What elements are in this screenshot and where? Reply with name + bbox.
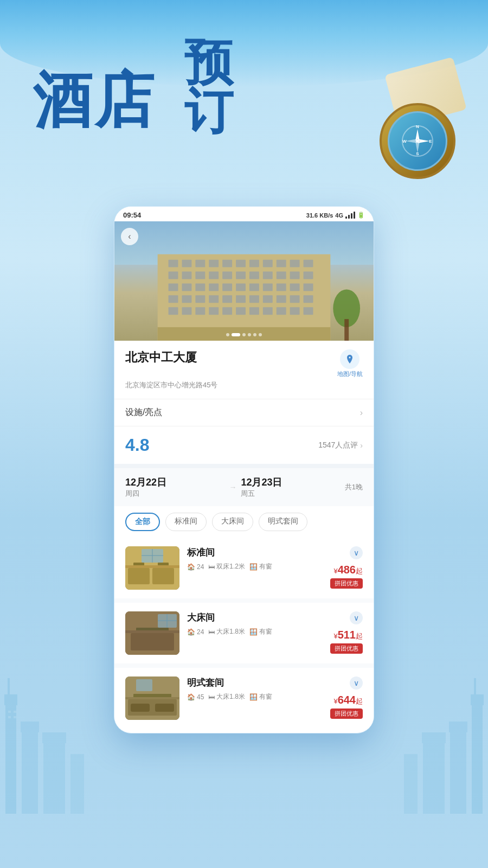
svg-rect-3	[22, 732, 38, 814]
svg-rect-13	[471, 694, 484, 705]
room-floor: 🏠 24	[187, 562, 204, 571]
svg-rect-49	[263, 272, 273, 279]
room-window-deluxe: 🪟 有窗	[249, 627, 272, 636]
svg-rect-88	[344, 319, 349, 341]
svg-rect-35	[222, 260, 232, 267]
skyline-right	[401, 597, 488, 814]
svg-rect-64	[169, 295, 178, 303]
svg-rect-47	[236, 272, 246, 279]
back-button[interactable]: ‹	[121, 228, 138, 245]
svg-rect-8	[8, 711, 11, 713]
price-display-deluxe: ¥511起	[333, 629, 363, 641]
svg-rect-84	[290, 307, 300, 315]
svg-rect-62	[290, 283, 300, 291]
nights-badge: 共1晚	[345, 482, 363, 492]
checkin-weekday: 周四	[125, 489, 224, 499]
svg-rect-48	[249, 272, 259, 279]
svg-rect-14	[474, 678, 476, 694]
room-list: 标准间 🏠 24 🛏 双床1.2米 🪟 有窗	[114, 538, 374, 729]
svg-rect-80	[236, 307, 246, 315]
room-bed-type: 🛏 双床1.2米	[208, 562, 245, 571]
room-item-standard[interactable]: 标准间 🏠 24 🛏 双床1.2米 🪟 有窗	[114, 538, 374, 598]
promo-badge-suite: 拼团优惠	[330, 709, 363, 719]
room-image-suite	[125, 676, 179, 720]
svg-rect-44	[195, 272, 205, 279]
filter-tab-deluxe[interactable]: 大床间	[212, 513, 253, 531]
room-price-standard: ∨ ¥486起 拼团优惠	[330, 546, 363, 589]
svg-rect-2	[8, 678, 10, 694]
svg-rect-46	[222, 272, 232, 279]
svg-rect-52	[304, 272, 313, 279]
room-image-standard	[125, 546, 179, 590]
svg-rect-108	[125, 697, 179, 699]
hero-sub-text: 预订	[184, 38, 235, 136]
svg-rect-65	[182, 295, 191, 303]
svg-rect-7	[70, 754, 84, 814]
skyline-left	[0, 597, 87, 814]
expand-button-standard[interactable]: ∨	[350, 546, 363, 559]
phone-screen: 09:54 31.6 KB/s 4G 🔋	[114, 206, 374, 733]
room-features-standard: 🏠 24 🛏 双床1.2米 🪟 有窗	[187, 562, 323, 571]
compass-inner: N S W E	[388, 111, 447, 171]
room-item-suite[interactable]: 明式套间 🏠 45 🛏 大床1.8米 🪟 有窗	[114, 668, 374, 729]
svg-rect-57	[222, 283, 232, 291]
promo-badge-standard: 拼团优惠	[330, 578, 363, 589]
svg-rect-60	[263, 283, 273, 291]
svg-rect-15	[450, 732, 466, 814]
rating-count[interactable]: 1547人点评 ›	[318, 441, 363, 450]
hotel-name: 北京中工大厦	[125, 349, 197, 366]
svg-rect-37	[249, 260, 259, 267]
compass-outer: N S W E	[380, 103, 455, 179]
network-speed: 31.6 KB/s	[306, 212, 333, 219]
room-features-deluxe: 🏠 24 🛏 大床1.8米 🪟 有窗	[187, 627, 323, 636]
room-details-suite: 明式套间 🏠 45 🛏 大床1.8米 🪟 有窗	[187, 676, 323, 701]
room-item-deluxe[interactable]: 大床间 🏠 24 🛏 大床1.8米 🪟 有窗	[114, 603, 374, 663]
svg-rect-74	[304, 295, 313, 303]
filter-tabs: 全部 标准间 大床间 明式套间	[114, 506, 374, 538]
checkin-date: 12月22日 周四	[125, 476, 224, 499]
svg-rect-82	[263, 307, 273, 315]
room-name-standard: 标准间	[187, 546, 323, 559]
room-details-standard: 标准间 🏠 24 🛏 双床1.2米 🪟 有窗	[187, 546, 323, 571]
svg-rect-111	[136, 679, 152, 691]
hotel-name-row: 北京中工大厦 地图/导航	[125, 349, 363, 378]
signal-bars	[345, 212, 355, 219]
filter-tab-all[interactable]: 全部	[125, 513, 160, 531]
hotel-image-area: ‹	[114, 221, 374, 341]
dot-5	[253, 333, 256, 336]
svg-rect-91	[152, 568, 174, 584]
filter-tab-suite[interactable]: 明式套间	[259, 513, 307, 531]
svg-rect-1	[4, 694, 17, 705]
room-floor-deluxe: 🏠 24	[187, 627, 204, 636]
svg-rect-4	[21, 722, 39, 732]
svg-rect-34	[209, 260, 219, 267]
svg-marker-23	[406, 139, 418, 143]
expand-button-deluxe[interactable]: ∨	[350, 611, 363, 624]
map-label: 地图/导航	[337, 370, 363, 378]
expand-button-suite[interactable]: ∨	[350, 676, 363, 690]
dot-3	[242, 333, 246, 336]
svg-rect-66	[195, 295, 205, 303]
svg-rect-83	[277, 307, 286, 315]
facilities-chevron: ›	[360, 408, 363, 418]
facilities-row[interactable]: 设施/亮点 ›	[114, 399, 374, 426]
map-button[interactable]: 地图/导航	[337, 349, 363, 378]
checkin-day: 12月22日	[125, 476, 224, 489]
room-price-suite: ∨ ¥644起 拼团优惠	[330, 676, 363, 719]
rating-chevron: ›	[360, 441, 363, 450]
svg-rect-54	[182, 283, 191, 291]
svg-rect-6	[42, 732, 66, 743]
price-display-suite: ¥644起	[333, 694, 363, 706]
svg-rect-18	[422, 732, 446, 743]
filter-tab-standard[interactable]: 标准间	[165, 513, 207, 531]
room-bed-type-suite: 🛏 大床1.8米	[208, 692, 245, 701]
room-features-suite: 🏠 45 🛏 大床1.8米 🪟 有窗	[187, 692, 323, 701]
status-bar: 09:54 31.6 KB/s 4G 🔋	[114, 207, 374, 221]
svg-rect-33	[195, 260, 205, 267]
svg-rect-77	[195, 307, 205, 315]
date-row[interactable]: 12月22日 周四 → 12月23日 周五 共1晚	[114, 464, 374, 506]
svg-rect-40	[290, 260, 300, 267]
date-arrow: →	[229, 483, 236, 492]
facilities-label: 设施/亮点	[125, 407, 162, 418]
room-bed-type-deluxe: 🛏 大床1.8米	[208, 627, 245, 636]
